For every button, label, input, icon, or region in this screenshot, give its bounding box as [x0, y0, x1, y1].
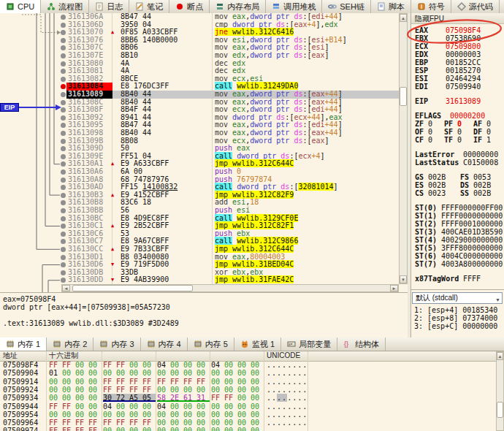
dump-row[interactable]: 07509934000000003072A505582E6131FFFF0000…	[0, 394, 495, 402]
memory-dump-pane[interactable]: 地址 十六进制 UNICODE 075098F4FFFF0000FFFF0000…	[0, 351, 504, 431]
row-dot[interactable]	[61, 15, 66, 20]
disasm-row[interactable]: 316130A66A 00push 0	[0, 168, 399, 176]
tab-notes[interactable]: 笔记	[129, 0, 169, 13]
disasm-row[interactable]: 316130828BCEmov ecx,esi	[0, 75, 399, 83]
row-dot[interactable]	[61, 161, 66, 167]
row-dot[interactable]	[61, 247, 66, 252]
register-row[interactable]: x87TagWordFFFF	[415, 275, 504, 283]
row-dot[interactable]	[61, 216, 66, 221]
dump-row[interactable]: 0750991400000000FFFFFFFFFFFFFFFF00000000…	[0, 378, 495, 386]
disasm-row[interactable]: 316130C1▲E9 2B52CBFFjmp wwlib.312C82F1	[0, 222, 399, 230]
disasm-row[interactable]: 3161309EFF51 04call dword ptr ds:[ecx+4]	[0, 153, 399, 161]
registers-pane[interactable]: 隐藏FPU EAX075098F4EBX07538690ECX07509800E…	[411, 13, 504, 289]
tab-symbols[interactable]: 符号	[411, 0, 451, 13]
dump-row[interactable]: 075098F4FFFF0000FFFF00000400000004000000…	[0, 361, 495, 369]
dump-rows[interactable]: 075098F4FFFF0000FFFF00000400000004000000…	[0, 361, 495, 431]
tab-dump1[interactable]: 内存 1	[0, 337, 47, 351]
register-row[interactable]: OF 0SF 0DF 0	[415, 128, 504, 136]
register-row[interactable]: ST(4)40029000000000	[415, 236, 504, 244]
tab-memory-map[interactable]: 内存布局	[210, 0, 266, 13]
disasm-row[interactable]: 3161306D3950 04cmp dword ptr ds:[eax+4],…	[0, 21, 399, 29]
disasm-row[interactable]: 316130A1▲E9 A633CBFFjmp wwlib.312C644C	[0, 160, 399, 168]
dump-vertical-scrollbar[interactable]: ▲	[496, 351, 504, 431]
row-dot[interactable]	[61, 232, 66, 237]
tab-struct[interactable]: {}结构体	[337, 337, 386, 351]
disasm-row[interactable]: 3161307E8B10mov edx,dword ptr ds:[eax]	[0, 52, 399, 60]
tab-script[interactable]: 脚本	[371, 0, 411, 13]
row-dot[interactable]	[61, 208, 66, 213]
disasm-row[interactable]: 316130B3▲E9 4152CBFFjmp wwlib.312C82F9	[0, 191, 399, 199]
row-dot[interactable]	[61, 45, 66, 50]
register-row[interactable]: ST(7)4003A800000000	[415, 260, 504, 268]
stack-arg-row[interactable]: 2: [esp+8] 07374000	[414, 314, 502, 322]
tab-seh[interactable]: SEH链	[322, 0, 371, 13]
tab-breakpoints[interactable]: 断点	[169, 0, 210, 13]
register-row[interactable]: LastStatusC0150008	[415, 159, 504, 167]
register-row[interactable]: ES 002BDS 002B	[415, 181, 504, 189]
disasm-row[interactable]: 316130A868 74787976push 76797874	[0, 176, 399, 184]
disasm-row[interactable]: 316130B883C6 18add esi,18	[0, 199, 399, 207]
register-row[interactable]: ST(5)3FFF8000000000	[415, 244, 504, 252]
disasm-vertical-scrollbar[interactable]: ▲ ▼	[399, 13, 408, 284]
register-row[interactable]: EDX00000003	[415, 50, 504, 58]
stack-arg-row[interactable]: 3: [esp+C] 00000000	[414, 322, 502, 330]
dump-row[interactable]: 0750990401000000000000000000000000000000…	[0, 369, 495, 377]
register-row[interactable]: ST(2)FFFF0001000000	[415, 220, 504, 228]
row-dot[interactable]	[61, 139, 66, 144]
row-dot[interactable]	[61, 262, 66, 267]
disasm-row[interactable]: 316130DB33DBxor ebx,ebx	[0, 269, 399, 277]
disasm-row[interactable]: 316130ADFF15 14100832call dword ptr ds:[…	[0, 183, 399, 191]
register-row[interactable]: EDI07509940	[415, 83, 504, 91]
row-dot[interactable]	[61, 53, 66, 58]
disasm-row[interactable]: 316130BCE8 4D9EC8FFcall wwlib.3129CF0E	[0, 215, 399, 223]
disasm-row[interactable]: 316130C7E8 9A67CBFFcall wwlib.312C9866	[0, 237, 399, 245]
scrollbar-thumb[interactable]	[72, 285, 193, 291]
calling-convention-select[interactable]: 默认 (stdcall) ▼	[412, 292, 503, 304]
scroll-up-button[interactable]: ▲	[497, 352, 503, 360]
disasm-row[interactable]: 316130CC▲E9 7B33CBFFjmp wwlib.312C644C	[0, 245, 399, 253]
scroll-up-button[interactable]: ▲	[400, 14, 407, 22]
disasm-row[interactable]: 316130988B40 44mov eax,dword ptr ds:[eax…	[0, 129, 399, 137]
register-row[interactable]: ST(3)400CAE01D3B590	[415, 228, 504, 236]
hide-fpu-button[interactable]: 隐藏FPU	[411, 13, 504, 24]
disasm-row[interactable]: 3161309D50push eax	[0, 145, 399, 153]
row-dot[interactable]	[61, 200, 66, 205]
tab-source[interactable]: 源代码	[451, 0, 500, 13]
scrollbar-thumb[interactable]	[497, 402, 503, 418]
row-dot[interactable]	[61, 154, 66, 159]
disasm-row[interactable]: 316130D1B8 03400080mov eax,80004003	[0, 253, 399, 262]
disassembly-pane[interactable]: 3161306A8B47 44mov eax,dword ptr ds:[edi…	[0, 13, 408, 292]
disasm-row[interactable]: 3161309B8B08mov ecx,dword ptr ds:[eax]	[0, 137, 399, 145]
scrollbar-thumb[interactable]	[400, 87, 407, 106]
dump-row[interactable]: 07509964FFFFFFFFFFFFFFFF0000000000000000…	[0, 419, 495, 427]
register-row[interactable]: EBP001852CC	[415, 58, 504, 66]
row-dot[interactable]	[61, 30, 66, 35]
tab-locals[interactable]: x=局部变量	[281, 337, 337, 351]
breakpoint-dot[interactable]	[61, 84, 66, 89]
tab-dump2[interactable]: 内存 2	[47, 337, 93, 351]
register-row[interactable]: ST(1)FFFF0000000000	[415, 212, 504, 220]
register-row[interactable]: ESI02464294	[415, 75, 504, 83]
register-row[interactable]: ECX07509800	[415, 42, 504, 50]
tab-call-stack[interactable]: 调用堆栈	[266, 0, 322, 13]
register-row[interactable]: CF 0TF 0IF 1	[415, 136, 504, 144]
disasm-row[interactable]: 316130DD▼E9 4AB39900jmp wwlib.31FAE42C	[0, 276, 399, 284]
row-dot[interactable]	[61, 77, 66, 82]
row-dot[interactable]	[61, 185, 66, 190]
dump-row[interactable]: 07509944FFFF0000040000000400000000000000…	[0, 403, 495, 411]
register-row[interactable]: ST(0)FFFF000000FF00	[415, 204, 504, 212]
row-dot[interactable]	[61, 278, 66, 283]
register-row[interactable]: EIP31613089	[415, 97, 504, 105]
register-row[interactable]: GS 002BFS 0053	[415, 173, 504, 181]
row-dot[interactable]	[61, 92, 66, 97]
row-dot[interactable]	[61, 69, 66, 74]
tab-log[interactable]: 日志	[89, 0, 129, 13]
tab-dump5[interactable]: 内存 5	[188, 337, 234, 351]
register-row[interactable]: ZF 0PF 0AF 0	[415, 120, 504, 128]
register-row[interactable]: ST(6)4004C000000000	[415, 252, 504, 260]
row-dot[interactable]	[61, 178, 66, 183]
disasm-row[interactable]: 3161307C8B06mov eax,dword ptr ds:[esi]	[0, 44, 399, 52]
disasm-row[interactable]: 3161306A8B47 44mov eax,dword ptr ds:[edi…	[0, 13, 399, 21]
tab-cpu[interactable]: CPU	[0, 0, 41, 13]
register-row[interactable]: EFLAGS00000200	[415, 112, 504, 120]
